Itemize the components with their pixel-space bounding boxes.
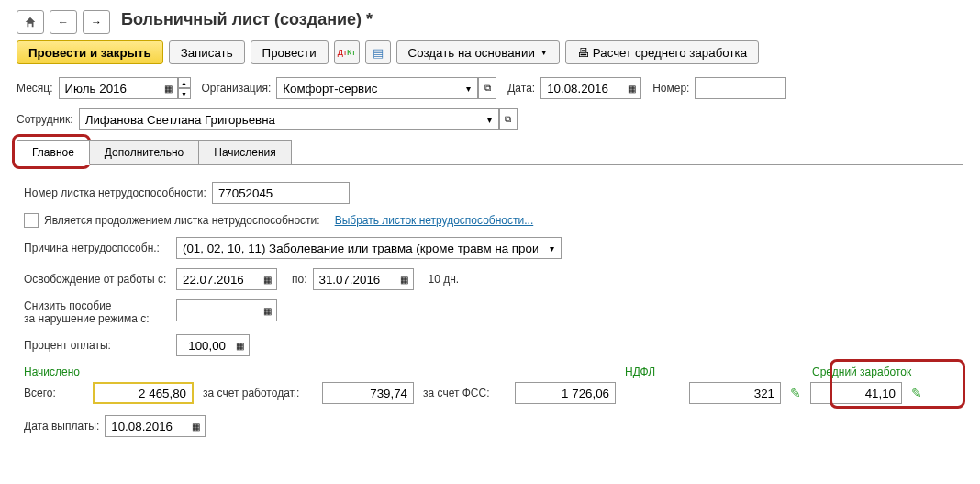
- percent-label: Процент оплаты:: [24, 339, 171, 352]
- open-ref-icon[interactable]: ⧉: [478, 77, 496, 99]
- arrow-left-icon: ←: [58, 16, 69, 28]
- pay-date-input[interactable]: [105, 415, 187, 437]
- release-to-label: по:: [292, 273, 307, 286]
- dr-kt-button[interactable]: ДтКт: [334, 40, 360, 64]
- days-text: 10 дн.: [429, 273, 460, 286]
- arrow-right-icon: →: [91, 16, 102, 28]
- page-title: Больничный лист (создание) *: [121, 10, 373, 29]
- calendar-icon[interactable]: ▦: [623, 77, 641, 99]
- back-button[interactable]: ←: [50, 10, 77, 34]
- spin-down-icon[interactable]: ▼: [178, 88, 191, 99]
- continuation-label: Является продолжением листка нетрудоспос…: [44, 214, 320, 227]
- tab-additional[interactable]: Дополнительно: [89, 140, 199, 164]
- chevron-down-icon[interactable]: ▾: [460, 77, 478, 99]
- reason-input[interactable]: [176, 237, 543, 259]
- save-button[interactable]: Записать: [169, 40, 245, 64]
- org-input[interactable]: [276, 77, 460, 99]
- month-label: Месяц:: [17, 82, 53, 95]
- avg-label: Средний заработок: [812, 366, 911, 378]
- total-input[interactable]: [93, 382, 194, 404]
- calendar-icon[interactable]: ▦: [160, 77, 178, 99]
- pay-date-label: Дата выплаты:: [24, 420, 99, 433]
- month-input[interactable]: [59, 77, 160, 99]
- release-from-input[interactable]: [176, 268, 259, 290]
- org-label: Организация:: [202, 82, 272, 95]
- calculator-icon[interactable]: ▦: [231, 334, 250, 356]
- create-based-label: Создать на основании: [408, 46, 535, 60]
- reduce-date-input[interactable]: [176, 299, 259, 321]
- list-icon: ▤: [373, 46, 384, 60]
- total-label: Всего:: [24, 387, 84, 400]
- pick-cert-link[interactable]: Выбрать листок нетрудоспособности...: [335, 214, 534, 227]
- cert-no-label: Номер листка нетрудоспособности:: [24, 186, 206, 199]
- spin-up-icon[interactable]: ▲: [178, 77, 191, 88]
- ndfl-input[interactable]: [689, 382, 781, 404]
- home-icon: [24, 16, 37, 28]
- release-from-label: Освобождение от работы с:: [24, 273, 171, 286]
- forward-button[interactable]: →: [83, 10, 110, 34]
- employee-input[interactable]: [79, 108, 481, 130]
- list-button[interactable]: ▤: [365, 40, 391, 64]
- post-button[interactable]: Провести: [251, 40, 329, 64]
- date-input[interactable]: [540, 77, 623, 99]
- employee-label: Сотрудник:: [17, 113, 73, 126]
- accrued-label: Начислено: [24, 366, 84, 378]
- fss-label: за счет ФСС:: [423, 387, 506, 400]
- pencil-icon[interactable]: ✎: [911, 386, 922, 400]
- fss-input[interactable]: [515, 382, 616, 404]
- pencil-icon[interactable]: ✎: [790, 386, 801, 400]
- number-input[interactable]: [695, 77, 786, 99]
- release-to-input[interactable]: [313, 268, 395, 290]
- chevron-down-icon[interactable]: ▾: [543, 237, 562, 259]
- reduce-label-1: Снизить пособие: [24, 299, 171, 312]
- home-button[interactable]: [17, 10, 44, 34]
- avg-input[interactable]: [810, 382, 902, 404]
- avg-earn-button[interactable]: 🖶 Расчет среднего заработка: [565, 40, 759, 64]
- number-label: Номер:: [652, 82, 689, 95]
- date-label: Дата:: [507, 82, 535, 95]
- month-spinner[interactable]: ▲ ▼: [178, 77, 191, 99]
- calendar-icon[interactable]: ▦: [395, 268, 414, 290]
- tab-accruals[interactable]: Начисления: [198, 140, 292, 164]
- tab-main[interactable]: Главное: [17, 140, 90, 165]
- cert-no-input[interactable]: [212, 182, 350, 204]
- reduce-label-2: за нарушение режима с:: [24, 312, 171, 325]
- drkt-icon: ДтКт: [338, 48, 356, 57]
- employer-label: за счет работодат.:: [203, 387, 313, 400]
- avg-earn-label: Расчет среднего заработка: [593, 46, 747, 60]
- continuation-checkbox[interactable]: [24, 213, 39, 228]
- calendar-icon[interactable]: ▦: [187, 415, 206, 437]
- ndfl-label: НДФЛ: [625, 366, 680, 378]
- reason-label: Причина нетрудоспособн.:: [24, 242, 171, 254]
- employer-input[interactable]: [322, 382, 414, 404]
- create-based-button[interactable]: Создать на основании ▼: [396, 40, 560, 64]
- printer-icon: 🖶: [577, 46, 589, 60]
- calendar-icon[interactable]: ▦: [259, 299, 277, 321]
- calendar-icon[interactable]: ▦: [259, 268, 277, 290]
- submit-close-button[interactable]: Провести и закрыть: [17, 40, 163, 64]
- chevron-down-icon[interactable]: ▾: [481, 108, 499, 130]
- chevron-down-icon: ▼: [540, 49, 548, 57]
- open-ref-icon[interactable]: ⧉: [499, 108, 518, 130]
- percent-input[interactable]: [176, 334, 231, 356]
